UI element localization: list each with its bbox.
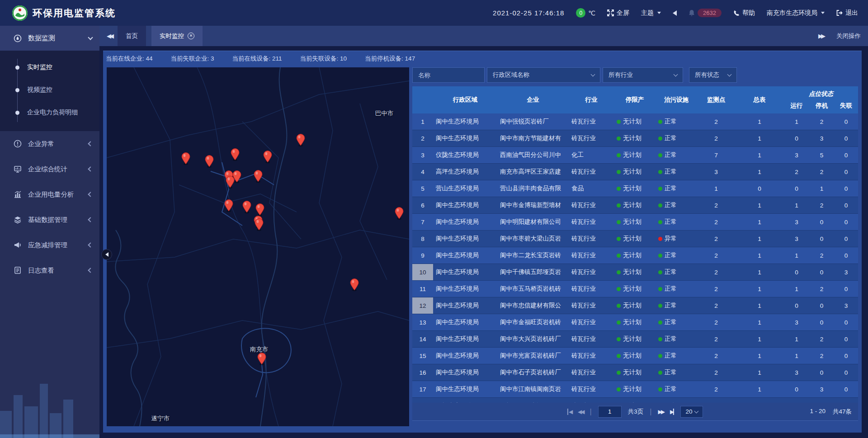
next-page-icon[interactable]: ▶▶ (658, 409, 663, 415)
industry-select[interactable]: 所有行业 (603, 67, 683, 83)
prev-page-icon[interactable]: ◀◀ (578, 409, 583, 415)
map-pin-icon[interactable] (257, 353, 267, 365)
sidebar-item-label: 日志查看 (28, 266, 54, 275)
stop-count-cell: 5 (809, 147, 834, 163)
sidebar-item-realtime-monitoring[interactable]: 实时监控 (0, 56, 99, 79)
col-header-region: 行政区域 (433, 86, 497, 113)
table-row[interactable]: 1阆中生态环境局阆中强锐页岩砖厂砖瓦行业无计划正常21120 (412, 113, 858, 130)
table-row[interactable]: 10阆中生态环境局阆中千佛镇五郎垭页岩砖瓦行业无计划正常21003 (412, 264, 858, 281)
table-row[interactable]: 14阆中生态环境局阆中市大兴页岩机砖厂砖瓦行业无计划正常21120 (412, 331, 858, 348)
facility-status-cell: 正常 (656, 381, 697, 397)
region-cell: 阆中生态环境局 (433, 348, 497, 364)
map-pin-icon[interactable] (394, 207, 404, 220)
industry-cell: 砖瓦行业 (569, 214, 614, 230)
tabs-scroll-right-icon[interactable]: ▶▶ (818, 33, 824, 39)
map-pin-icon[interactable] (255, 203, 265, 216)
lost-count-cell: 0 (834, 164, 858, 180)
map-pin-icon[interactable] (242, 201, 252, 213)
map-panel[interactable]: 巴中市南充市遂宁市 (107, 67, 409, 426)
industry-cell: 砖瓦行业 (569, 130, 614, 146)
facility-status-cell: 正常 (656, 264, 697, 280)
region-cell: 阆中生态环境局 (433, 197, 497, 213)
status-dot-icon (617, 237, 621, 241)
table-row[interactable]: 13阆中生态环境局阆中市金福旺页岩机砖砖瓦行业无计划正常21300 (412, 314, 858, 331)
row-index-cell: 15 (412, 348, 433, 364)
sidebar-item-power-analysis[interactable]: 企业用电量分析 (0, 182, 99, 207)
sidebar-item-enterprise-abnormal[interactable]: 企业异常 (0, 131, 99, 156)
table-row[interactable]: 11阆中生态环境局阆中市五马桥页岩机砖砖瓦行业无计划正常21120 (412, 281, 858, 297)
status-dot-icon (617, 153, 621, 157)
map-pin-icon[interactable] (254, 218, 264, 231)
map-pin-icon[interactable] (253, 170, 263, 183)
name-input[interactable] (418, 72, 479, 79)
status-select[interactable]: 所有状态 (689, 67, 737, 83)
map-pin-icon[interactable] (181, 152, 191, 165)
map-pin-icon[interactable] (225, 176, 235, 188)
status-dot-icon (617, 137, 621, 141)
page-number-input[interactable] (598, 406, 622, 418)
table-row[interactable]: 8阆中生态环境局阆中市枣碧大梁山页岩砖瓦行业无计划异常21300 (412, 231, 858, 247)
org-dropdown[interactable]: 南充市生态环境局 (767, 9, 825, 17)
map-pin-icon[interactable] (224, 199, 234, 212)
table-row[interactable]: 2阆中生态环境局阆中市南方节能建材有砖瓦行业无计划正常21030 (412, 130, 858, 147)
table-row[interactable]: 7阆中生态环境局阆中明阳建材有限公司砖瓦行业无计划正常21300 (412, 214, 858, 231)
tab-realtime-monitoring[interactable]: 实时监控 ✕ (151, 26, 203, 46)
sidebar-item-video-monitoring[interactable]: 视频监控 (0, 79, 99, 101)
run-count-cell: 3 (784, 364, 809, 381)
plan-status-cell: 无计划 (614, 231, 656, 247)
skyline-decoration (0, 370, 99, 438)
mute-speaker-button[interactable] (673, 10, 677, 16)
table-row[interactable]: 3仪陇生态环境局西南油气田分公司川中化工无计划正常71350 (412, 147, 858, 164)
status-dot-icon (658, 153, 662, 157)
map-pin-icon[interactable] (263, 151, 273, 163)
theme-dropdown[interactable]: 主题 (641, 9, 661, 17)
table-row[interactable]: 4高坪生态环境局南充市高坪区王家店建砖瓦行业无计划正常31220 (412, 164, 858, 180)
notification-area[interactable]: 2632 (689, 9, 722, 17)
sidebar-item-enterprise-statistics[interactable]: 企业综合统计 (0, 156, 99, 182)
sidebar-item-base-data[interactable]: 基础数据管理 (0, 207, 99, 232)
close-icon[interactable]: ✕ (188, 33, 194, 39)
name-search-input[interactable] (412, 67, 485, 83)
sidebar-item-label: 企业电力负荷明细 (27, 108, 78, 117)
lost-count-cell: 0 (834, 331, 858, 347)
meter-count-cell: 1 (735, 147, 784, 163)
table-row[interactable]: 5营山生态环境局营山县润丰肉食品有限食品无计划正常10010 (412, 180, 858, 197)
sidebar-item-power-load-detail[interactable]: 企业电力负荷明细 (0, 101, 99, 124)
region-select[interactable]: 行政区域名称 (487, 67, 600, 83)
sidebar-item-log-view[interactable]: 日志查看 (0, 258, 99, 283)
last-page-icon[interactable]: ▶ (670, 409, 674, 415)
tabs-scroll-left-icon[interactable]: ◀◀ (107, 33, 112, 39)
company-cell: 阆中市石子页岩机砖厂 (497, 364, 569, 381)
table-row[interactable]: 12阆中生态环境局阆中市忠信建材有限公砖瓦行业无计划正常21003 (412, 297, 858, 314)
tab-bar: ◀◀ 首页 实时监控 ✕ ▶▶ 关闭操作 (99, 26, 868, 46)
meter-count-cell: 1 (735, 381, 784, 397)
status-dot-icon (658, 354, 662, 358)
page-size-select[interactable]: 20 (680, 406, 703, 418)
lost-count-cell: 0 (834, 214, 858, 230)
table-row[interactable]: 6阆中生态环境局阆中市金博瑞新型墙材砖瓦行业无计划正常21120 (412, 197, 858, 214)
close-operations-button[interactable]: 关闭操作 (836, 32, 861, 40)
help-button[interactable]: 帮助 (733, 9, 755, 17)
map-collapse-button[interactable] (101, 249, 112, 260)
table-row[interactable]: 17阆中生态环境局阆中市江南镇阆南页岩砖瓦行业无计划正常21030 (412, 381, 858, 398)
lost-count-cell: 0 (834, 130, 858, 146)
first-page-icon[interactable]: ◀ (567, 409, 571, 415)
stats-bar: 当前在线企业: 44当前失联企业: 3当前在线设备: 211当前失联设备: 10… (106, 51, 415, 66)
map-pin-icon[interactable] (204, 155, 214, 168)
tab-home[interactable]: 首页 (118, 26, 146, 46)
row-index-cell: 13 (412, 314, 433, 330)
map-pin-icon[interactable] (349, 278, 359, 291)
exit-icon (836, 10, 843, 16)
table-row[interactable]: 16阆中生态环境局阆中市石子页岩机砖厂砖瓦行业无计划正常21300 (412, 364, 858, 381)
company-cell: 阆中市大兴页岩机砖厂 (497, 331, 569, 347)
table-row[interactable]: 15阆中生态环境局阆中市光富页岩机砖厂砖瓦行业无计划正常21120 (412, 348, 858, 364)
map-pin-icon[interactable] (296, 134, 306, 146)
company-cell: 阆中市金博瑞新型墙材 (497, 197, 569, 213)
fullscreen-button[interactable]: 全屏 (607, 9, 629, 17)
sidebar-item-data-monitoring[interactable]: 数据监测 (0, 26, 99, 51)
table-row[interactable]: 9阆中生态环境局阆中市二龙长宝页岩砖砖瓦行业无计划正常21120 (412, 247, 858, 264)
logout-button[interactable]: 退出 (836, 9, 858, 17)
sidebar-item-emergency-reduction[interactable]: 应急减排管理 (0, 232, 99, 258)
status-dot-icon (658, 170, 662, 174)
map-pin-icon[interactable] (230, 148, 240, 161)
